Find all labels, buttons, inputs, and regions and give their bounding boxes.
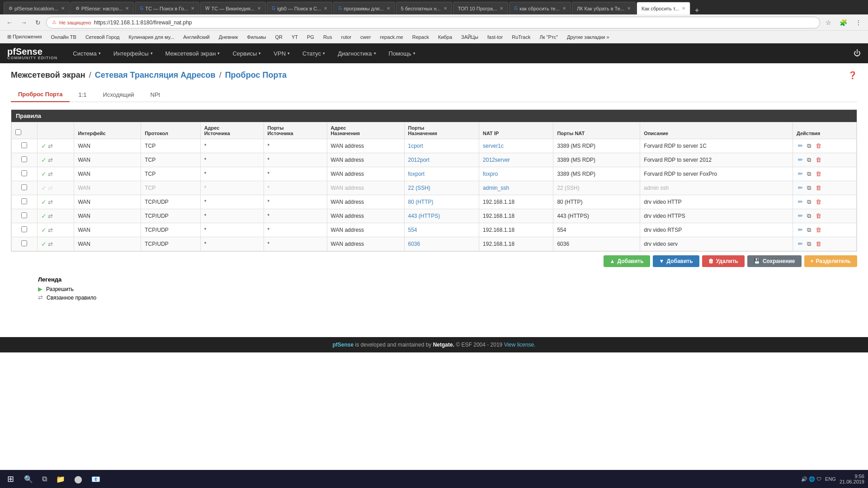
delete-row-button[interactable]: 🗑	[814, 169, 823, 178]
address-box[interactable]: ⚠ Не защищено https://192.168.1.1:8180/f…	[46, 17, 820, 28]
nav-system[interactable]: Система ▾	[66, 43, 107, 63]
nat-ip-link[interactable]: foxpro	[483, 171, 498, 177]
breadcrumb-nat-link[interactable]: Сетевая Трансляция Адресов	[95, 70, 216, 80]
nav-firewall[interactable]: Межсетевой экран ▾	[159, 43, 226, 63]
row-checkbox[interactable]	[21, 226, 27, 232]
nav-help[interactable]: Помощь ▾	[382, 43, 422, 63]
nav-services[interactable]: Сервисы ▾	[226, 43, 267, 63]
tab-2[interactable]: ⚙PfSense: настро... ✕	[71, 2, 134, 14]
delete-row-button[interactable]: 🗑	[814, 197, 823, 206]
copy-button[interactable]: ⧉	[806, 225, 812, 235]
nav-vpn[interactable]: VPN ▾	[267, 43, 296, 63]
bookmark-star-button[interactable]: ☆	[823, 17, 834, 28]
select-all-checkbox[interactable]	[15, 129, 21, 135]
edit-button[interactable]: ✏	[797, 141, 804, 150]
bookmark-english[interactable]: Английский	[179, 33, 213, 41]
tab-1[interactable]: ⚙pfSense:localdom... ✕	[4, 2, 70, 14]
bookmark-tv[interactable]: Онлайн ТВ	[47, 33, 80, 41]
copy-button[interactable]: ⧉	[806, 183, 812, 192]
delete-row-button[interactable]: 🗑	[814, 183, 823, 192]
dst-ports-link[interactable]: 1cport	[408, 143, 423, 149]
bookmark-films[interactable]: Фильмы	[243, 33, 269, 41]
copy-button[interactable]: ⧉	[806, 155, 812, 164]
edit-button[interactable]: ✏	[797, 183, 804, 192]
add-button-2[interactable]: ▼ Добавить	[653, 255, 699, 267]
edit-button[interactable]: ✏	[797, 169, 804, 178]
tab-8[interactable]: ТОП 10 Програ... ✕	[453, 2, 509, 14]
nav-diagnostics[interactable]: Диагностика ▾	[331, 43, 382, 63]
tab-7[interactable]: 5 бесплатных н... ✕	[396, 2, 452, 14]
edit-button[interactable]: ✏	[797, 239, 804, 248]
row-checkbox[interactable]	[21, 142, 27, 148]
delete-row-button[interactable]: 🗑	[814, 239, 823, 248]
edit-button[interactable]: ✏	[797, 197, 804, 206]
bookmark-diary[interactable]: Дневник	[215, 33, 242, 41]
delete-row-button[interactable]: 🗑	[814, 225, 823, 234]
tab-6[interactable]: Gпрограммы для... ✕	[333, 2, 395, 14]
dst-ports-link[interactable]: 22 (SSH)	[408, 185, 430, 191]
browser-menu-button[interactable]: ⋮	[853, 17, 864, 28]
bookmark-repackme[interactable]: repack.me	[376, 33, 406, 41]
row-checkbox[interactable]	[21, 198, 27, 204]
copy-button[interactable]: ⧉	[806, 169, 812, 178]
bookmark-zaytsy[interactable]: ЗАЙЦы	[458, 33, 482, 41]
nat-ip-link[interactable]: 2012server	[483, 157, 510, 163]
delete-row-button[interactable]: 🗑	[814, 211, 823, 220]
edit-button[interactable]: ✏	[797, 211, 804, 220]
delete-button[interactable]: 🗑 Удалить	[702, 255, 745, 267]
tab-5[interactable]: Gigb0 — Поиск в С... ✕	[267, 2, 332, 14]
bookmark-rus[interactable]: Rus	[320, 33, 336, 41]
bookmark-cwer[interactable]: cwer	[357, 33, 374, 41]
dst-ports-link[interactable]: 80 (HTTP)	[408, 199, 434, 205]
tab-9[interactable]: Gкак сбросить те... ✕	[509, 2, 571, 14]
nav-logout-icon[interactable]: ⏻	[854, 49, 861, 57]
copy-button[interactable]: ⧉	[806, 141, 812, 150]
bookmark-yt[interactable]: YT	[288, 33, 302, 41]
help-icon[interactable]: ❓	[848, 71, 857, 80]
delete-row-button[interactable]: 🗑	[814, 155, 823, 164]
tab-1to1[interactable]: 1:1	[71, 87, 94, 102]
bookmark-pg[interactable]: PG	[303, 33, 318, 41]
footer-license-link[interactable]: View license.	[504, 342, 536, 348]
nav-status[interactable]: Статус ▾	[296, 43, 331, 63]
bookmark-lkrts[interactable]: Лк "Ртс"	[536, 33, 561, 41]
tab-4[interactable]: WTC — Википедия... ✕	[200, 2, 266, 14]
new-tab-button[interactable]: +	[691, 6, 703, 14]
tab-10[interactable]: ЛК Как убрать в Те... ✕	[572, 2, 636, 14]
bookmark-rutrack[interactable]: RuTrack	[508, 33, 534, 41]
extensions-button[interactable]: 🧩	[837, 17, 850, 28]
tab-port-forward[interactable]: Проброс Порта	[11, 87, 70, 102]
bookmark-cooking[interactable]: Кулинария для му...	[125, 33, 178, 41]
edit-button[interactable]: ✏	[797, 155, 804, 164]
back-button[interactable]: ←	[4, 17, 15, 28]
edit-button[interactable]: ✏	[797, 225, 804, 234]
row-checkbox[interactable]	[21, 184, 27, 190]
dst-ports-link[interactable]: 554	[408, 227, 417, 233]
tab-outbound[interactable]: Исходящий	[95, 87, 142, 102]
copy-button[interactable]: ⧉	[806, 239, 812, 249]
nat-ip-link[interactable]: admin_ssh	[483, 185, 509, 191]
copy-button[interactable]: ⧉	[806, 197, 812, 206]
forward-button[interactable]: →	[18, 17, 30, 28]
tab-3[interactable]: GTC — Поиск в Го... ✕	[135, 2, 199, 14]
tab-npt[interactable]: NPt	[143, 87, 168, 102]
nat-ip-link[interactable]: server1c	[483, 143, 504, 149]
dst-ports-link[interactable]: 6036	[408, 241, 420, 247]
breadcrumb-portfwd-link[interactable]: Проброс Порта	[225, 70, 287, 80]
bookmark-qr[interactable]: QR	[271, 33, 286, 41]
split-button[interactable]: + Разделитель	[804, 255, 858, 267]
add-button-1[interactable]: ▲ Добавить	[604, 255, 650, 267]
bookmark-kibra[interactable]: Кибра	[434, 33, 456, 41]
bookmark-fasttor[interactable]: fast-tor	[484, 33, 506, 41]
bookmark-rutor[interactable]: rutor	[337, 33, 355, 41]
delete-row-button[interactable]: 🗑	[814, 141, 823, 150]
nav-interfaces[interactable]: Интерфейсы ▾	[107, 43, 159, 63]
bookmark-apps[interactable]: ⊞ Приложения	[4, 33, 45, 41]
row-checkbox[interactable]	[21, 212, 27, 218]
row-checkbox[interactable]	[21, 170, 27, 176]
row-checkbox[interactable]	[21, 156, 27, 162]
copy-button[interactable]: ⧉	[806, 211, 812, 221]
reload-button[interactable]: ↻	[33, 17, 43, 28]
row-checkbox[interactable]	[21, 240, 27, 246]
bookmark-more[interactable]: Другие закладки »	[563, 33, 613, 41]
